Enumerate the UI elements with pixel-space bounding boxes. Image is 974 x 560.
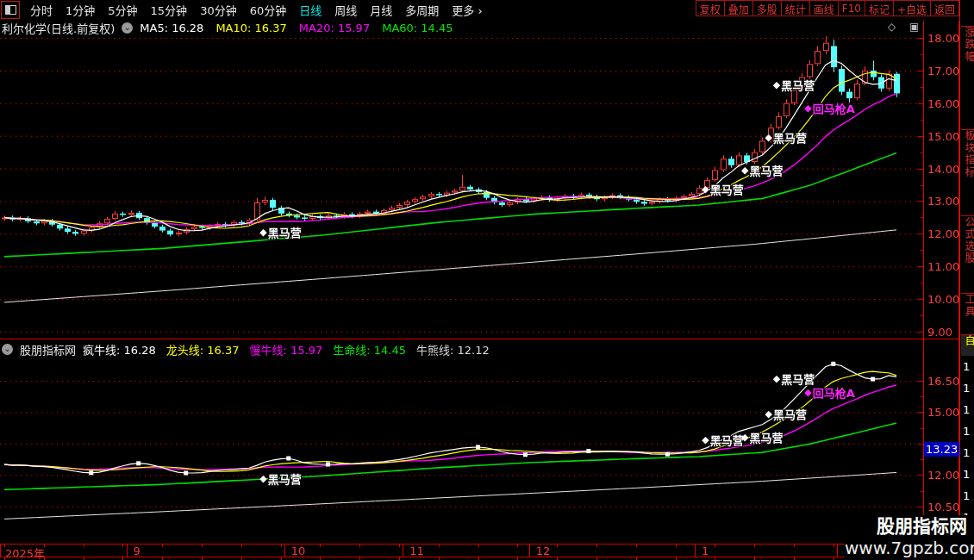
month-label: 9 [134, 544, 140, 557]
strip-tab[interactable]: 涨跌幅 [961, 26, 974, 128]
main-y-tick: 18.00 [927, 32, 958, 44]
strip-tab[interactable]: 板块指标 [961, 129, 974, 215]
strip-tab[interactable]: 自 [961, 334, 974, 356]
signal-label: 回马枪A [813, 100, 855, 116]
ma-readout: MA10: 16.37 [215, 22, 286, 34]
diamond-icon: ◆ [702, 435, 709, 445]
diamond-icon: ◆ [741, 165, 748, 175]
period-tab-日线[interactable]: 日线 [299, 2, 322, 18]
signal-黑马营: ◆黑马营 [773, 77, 815, 93]
main-y-tick: 13.00 [927, 195, 958, 207]
period-tab-30分钟[interactable]: 30分钟 [200, 2, 237, 18]
signal-label: 黑马营 [710, 432, 744, 448]
main-y-tick: 17.00 [927, 65, 958, 77]
watermark-url: www.7gpzb.com [845, 538, 967, 558]
period-tab-60分钟[interactable]: 60分钟 [250, 2, 287, 18]
period-tab-1分钟[interactable]: 1分钟 [66, 2, 95, 18]
period-tab-更多 ›[interactable]: 更多 › [452, 2, 482, 18]
diamond-icon: ◆ [804, 388, 811, 397]
signal-label: 黑马营 [710, 181, 744, 197]
ma-readout: MA60: 14.45 [382, 22, 453, 34]
main-y-tick: 9.00 [927, 326, 958, 338]
diamond-icon: ◆ [259, 474, 266, 483]
main-y-tick: 16.00 [927, 97, 958, 109]
sub-y-tick: 16.50 [927, 375, 958, 387]
toolbar-buttons: 复权叠加多股统计画线F10标记+自选返回 [696, 0, 959, 19]
signal-回马枪A: ◆回马枪A [804, 100, 855, 116]
mark-button[interactable]: 标记 [865, 0, 894, 16]
main-panel-header: 利尔化学(日线.前复权) ⌄ MA5: 16.28MA10: 16.37MA20… [2, 20, 453, 35]
signal-label: 黑马营 [773, 406, 807, 422]
month-label: 10 [291, 544, 306, 557]
chevron-down-icon[interactable]: ⌄ [2, 344, 13, 355]
sub-y-tick: 15.00 [927, 406, 958, 418]
indicator-panel-header: ⌄ 股朋指标网 疯牛线: 16.28龙头线: 16.37慢牛线: 15.97生命… [2, 341, 490, 357]
diamond-icon: ◆ [773, 80, 780, 90]
period-tab-分时[interactable]: 分时 [30, 2, 53, 18]
back-button[interactable]: 返回 [930, 0, 959, 16]
restore-button[interactable]: 复权 [696, 0, 725, 16]
indicator-values: 疯牛线: 16.28龙头线: 16.37慢牛线: 15.97生命线: 14.45… [83, 341, 490, 358]
overlay-button[interactable]: 叠加 [724, 0, 753, 16]
month-label: 11 [409, 544, 424, 557]
period-tab-15分钟[interactable]: 15分钟 [151, 2, 188, 18]
signal-label: 回马枪A [813, 384, 855, 401]
signal-label: 黑马营 [268, 224, 302, 240]
main-y-tick: 10.00 [927, 293, 958, 305]
period-tab-月线[interactable]: 月线 [370, 2, 392, 18]
signal-label: 黑马营 [268, 470, 302, 487]
indicator-readout: 疯牛线: 16.28 [83, 341, 156, 358]
diamond-icon: ◆ [773, 374, 780, 383]
diamond-icon: ◆ [765, 133, 772, 142]
month-label: 1 [702, 544, 709, 557]
strip-tab[interactable]: 公式选股 [961, 215, 974, 292]
watermark: 股朋指标网 www.7gpzb.com [845, 515, 974, 560]
ma-values: MA5: 16.28MA10: 16.37MA20: 15.97MA60: 14… [140, 22, 453, 34]
diamond-icon: ◆ [741, 432, 748, 442]
signal-黑马营: ◆黑马营 [702, 432, 743, 448]
strip-tab[interactable]: 工具 [961, 293, 974, 333]
signal-黑马营: ◆黑马营 [765, 406, 807, 422]
chevron-down-icon[interactable]: ⌄ [122, 22, 133, 34]
diamond-icon: ◆ [804, 103, 811, 113]
main-y-tick: 12.00 [927, 227, 958, 240]
candlestick-chart-canvas[interactable] [0, 0, 974, 560]
stats-button[interactable]: 统计 [781, 0, 810, 16]
period-tab-多周期[interactable]: 多周期 [405, 2, 439, 18]
diamond-icon: ◆ [259, 227, 266, 237]
indicator-title: 股朋指标网 [20, 341, 76, 358]
strip-quote-digit: 1 [963, 446, 973, 459]
main-y-tick: 14.00 [927, 163, 958, 175]
top-toolbar: 分时1分钟5分钟15分钟30分钟60分钟日线周线月线多周期更多 › 复权叠加多股… [0, 0, 974, 19]
diamond-icon: ◆ [765, 409, 772, 419]
split-window-icon [5, 5, 16, 15]
add-watchlist-button[interactable]: +自选 [893, 0, 931, 16]
period-tab-5分钟[interactable]: 5分钟 [108, 2, 137, 18]
main-y-tick: 11.00 [927, 260, 958, 272]
period-tabs: 分时1分钟5分钟15分钟30分钟60分钟日线周线月线多周期更多 › [30, 2, 483, 18]
year-label: 2025年 [5, 544, 45, 557]
signal-黑马营: ◆黑马营 [741, 162, 783, 178]
latest-value-tag: 13.23 [924, 442, 961, 457]
indicator-readout: 龙头线: 16.37 [166, 341, 240, 358]
f10-button[interactable]: F10 [838, 0, 865, 16]
signal-黑马营: ◆黑马营 [765, 129, 807, 146]
split-window-button[interactable] [1, 1, 20, 19]
ma-readout: MA20: 15.97 [299, 22, 370, 34]
panel-corner-icons[interactable]: ◇ ▣ [888, 21, 924, 33]
strip-quote-digit: 1 [963, 360, 973, 373]
multi-stock-button[interactable]: 多股 [752, 0, 782, 16]
strip-quote-digit: 1 [963, 468, 973, 481]
signal-回马枪A: ◆回马枪A [804, 384, 855, 401]
draw-line-button[interactable]: 画线 [809, 0, 839, 16]
indicator-readout: 牛熊线: 12.12 [416, 341, 490, 358]
signal-黑马营: ◆黑马营 [259, 470, 301, 487]
sub-y-tick: 10.50 [927, 501, 958, 513]
main-y-tick: 15.00 [927, 130, 958, 142]
stock-title: 利尔化学(日线.前复权) [2, 20, 115, 36]
strip-quote-digit: 1 [963, 403, 973, 416]
period-tab-周线[interactable]: 周线 [334, 2, 357, 18]
strip-quote-digit: 1 [963, 425, 973, 438]
right-side-strip[interactable]: 涨跌幅板块指标公式选股工具自111111111 [959, 0, 974, 560]
trading-app-window: 分时1分钟5分钟15分钟30分钟60分钟日线周线月线多周期更多 › 复权叠加多股… [0, 0, 974, 560]
